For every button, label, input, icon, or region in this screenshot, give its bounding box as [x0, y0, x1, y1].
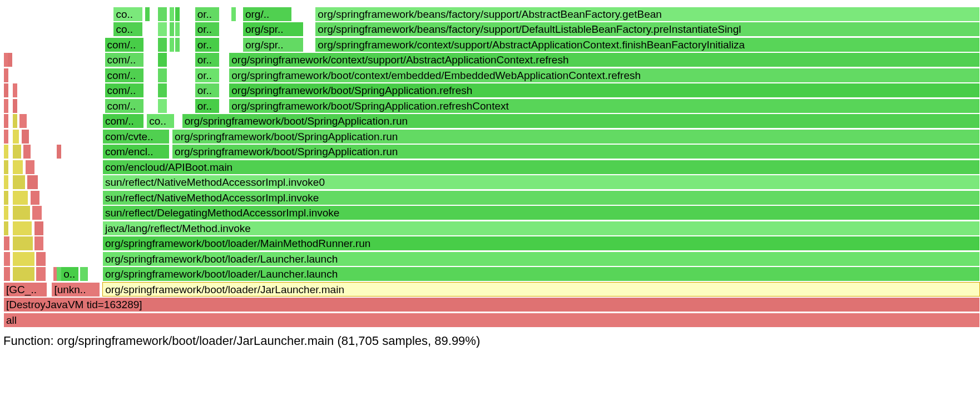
flame-frame[interactable]: org/.. — [243, 7, 292, 21]
flame-frame[interactable] — [175, 7, 180, 21]
flame-frame[interactable] — [4, 129, 9, 144]
flame-frame[interactable] — [170, 7, 175, 21]
flame-frame[interactable]: com/.. — [105, 52, 144, 67]
flame-frame[interactable] — [27, 175, 38, 189]
flame-frame[interactable] — [26, 160, 36, 174]
flame-frame[interactable]: [unkn.. — [52, 282, 100, 297]
flame-frame[interactable]: co.. — [113, 7, 143, 21]
flame-frame[interactable]: org/springframework/boot/SpringApplicati… — [172, 144, 980, 159]
flame-frame[interactable] — [19, 113, 27, 128]
flame-frame[interactable]: org/springframework/boot/loader/Launcher… — [103, 266, 980, 281]
flame-frame[interactable]: com/encloud/APIBoot.main — [103, 160, 980, 174]
flame-frame[interactable] — [13, 236, 33, 250]
flame-frame[interactable]: org/springframework/boot/SpringApplicati… — [182, 113, 980, 128]
flame-frame[interactable] — [4, 113, 9, 128]
flame-frame[interactable] — [4, 98, 9, 113]
flame-frame[interactable] — [4, 221, 9, 235]
flame-frame[interactable]: org/springframework/boot/SpringApplicati… — [229, 98, 980, 113]
flame-frame[interactable] — [13, 144, 22, 159]
flame-frame[interactable] — [158, 37, 168, 52]
flame-frame[interactable] — [4, 190, 9, 205]
flame-frame[interactable]: org/springframework/boot/context/embedde… — [229, 68, 980, 82]
flame-frame[interactable]: sun/reflect/NativeMethodAccessorImpl.inv… — [103, 175, 980, 189]
flame-frame[interactable]: or.. — [195, 83, 220, 97]
flame-frame[interactable] — [13, 221, 32, 235]
flame-frame[interactable]: org/springframework/boot/loader/JarLaunc… — [102, 282, 980, 297]
flame-frame[interactable]: all — [4, 313, 980, 327]
flame-frame[interactable] — [4, 175, 9, 189]
flame-frame[interactable]: org/springframework/boot/SpringApplicati… — [172, 129, 980, 144]
flame-frame[interactable] — [4, 266, 11, 281]
flame-frame[interactable]: sun/reflect/NativeMethodAccessorImpl.inv… — [103, 190, 980, 205]
flame-frame[interactable]: org/springframework/boot/loader/Launcher… — [103, 251, 980, 266]
flame-frame[interactable]: or.. — [195, 98, 220, 113]
flame-frame[interactable] — [13, 266, 36, 281]
flame-frame[interactable] — [36, 266, 46, 281]
flame-frame[interactable] — [34, 221, 44, 235]
flame-frame[interactable] — [13, 113, 18, 128]
flame-frame[interactable] — [13, 251, 36, 266]
flame-frame[interactable] — [158, 68, 168, 82]
flame-frame[interactable]: or.. — [195, 7, 220, 21]
flame-frame[interactable]: or.. — [195, 37, 220, 52]
flame-frame[interactable] — [80, 266, 88, 281]
flame-frame[interactable]: org/spr.. — [243, 22, 304, 36]
flame-frame[interactable] — [4, 205, 9, 220]
flame-frame[interactable] — [4, 160, 9, 174]
flame-frame[interactable]: com/.. — [105, 83, 144, 97]
flame-frame[interactable]: com/cvte.. — [103, 129, 170, 144]
flame-frame[interactable] — [4, 68, 9, 82]
flame-frame[interactable] — [57, 144, 62, 159]
flame-frame[interactable] — [4, 144, 9, 159]
flame-frame[interactable] — [170, 22, 175, 36]
flame-frame[interactable] — [13, 175, 26, 189]
flame-frame[interactable] — [31, 190, 41, 205]
flame-frame[interactable] — [13, 129, 19, 144]
flame-frame[interactable]: o.. — [61, 266, 79, 281]
flame-frame[interactable]: co.. — [113, 22, 143, 36]
flame-frame[interactable]: org/springframework/context/support/Abst… — [229, 52, 980, 67]
flame-frame[interactable] — [4, 236, 10, 250]
flame-frame[interactable]: com/.. — [105, 68, 144, 82]
flame-frame[interactable] — [8, 52, 13, 67]
flame-frame[interactable] — [4, 83, 9, 97]
flame-frame[interactable] — [170, 37, 175, 52]
flame-frame[interactable]: com/.. — [105, 37, 144, 52]
flame-graph[interactable]: all[DestroyJavaVM tid=163289][GC_..[unkn… — [0, 0, 980, 327]
flame-frame[interactable] — [158, 83, 168, 97]
flame-frame[interactable] — [175, 22, 180, 36]
flame-frame[interactable] — [32, 205, 42, 220]
flame-frame[interactable]: org/springframework/beans/factory/suppor… — [315, 22, 980, 36]
flame-frame[interactable] — [23, 144, 31, 159]
flame-frame[interactable]: java/lang/reflect/Method.invoke — [103, 221, 980, 235]
flame-frame[interactable] — [158, 52, 168, 67]
flame-frame[interactable]: sun/reflect/DelegatingMethodAccessorImpl… — [103, 205, 980, 220]
flame-frame[interactable]: org/springframework/context/support/Abst… — [315, 37, 980, 52]
flame-frame[interactable] — [13, 190, 28, 205]
flame-frame[interactable]: org/springframework/beans/factory/suppor… — [315, 7, 980, 21]
flame-frame[interactable]: [DestroyJavaVM tid=163289] — [4, 297, 980, 312]
flame-frame[interactable]: or.. — [195, 52, 220, 67]
flame-frame[interactable]: org/spr.. — [243, 37, 304, 52]
flame-frame[interactable]: or.. — [195, 68, 220, 82]
flame-frame[interactable] — [158, 22, 168, 36]
flame-frame[interactable] — [34, 236, 44, 250]
flame-frame[interactable] — [145, 7, 150, 21]
flame-frame[interactable] — [231, 7, 236, 21]
flame-frame[interactable]: org/springframework/boot/loader/MainMeth… — [103, 236, 980, 250]
flame-frame[interactable] — [13, 205, 31, 220]
flame-frame[interactable]: org/springframework/boot/SpringApplicati… — [229, 83, 980, 97]
flame-frame[interactable]: or.. — [195, 22, 220, 36]
flame-frame[interactable] — [13, 83, 18, 97]
flame-frame[interactable] — [158, 98, 168, 113]
flame-frame[interactable] — [13, 160, 23, 174]
flame-frame[interactable]: com/.. — [105, 98, 144, 113]
flame-frame[interactable] — [22, 129, 29, 144]
flame-frame[interactable] — [4, 251, 11, 266]
flame-frame[interactable] — [36, 251, 46, 266]
flame-frame[interactable] — [13, 98, 18, 113]
flame-frame[interactable]: com/encl.. — [103, 144, 170, 159]
flame-frame[interactable] — [175, 37, 180, 52]
flame-frame[interactable]: co.. — [147, 113, 174, 128]
flame-frame[interactable] — [158, 7, 168, 21]
